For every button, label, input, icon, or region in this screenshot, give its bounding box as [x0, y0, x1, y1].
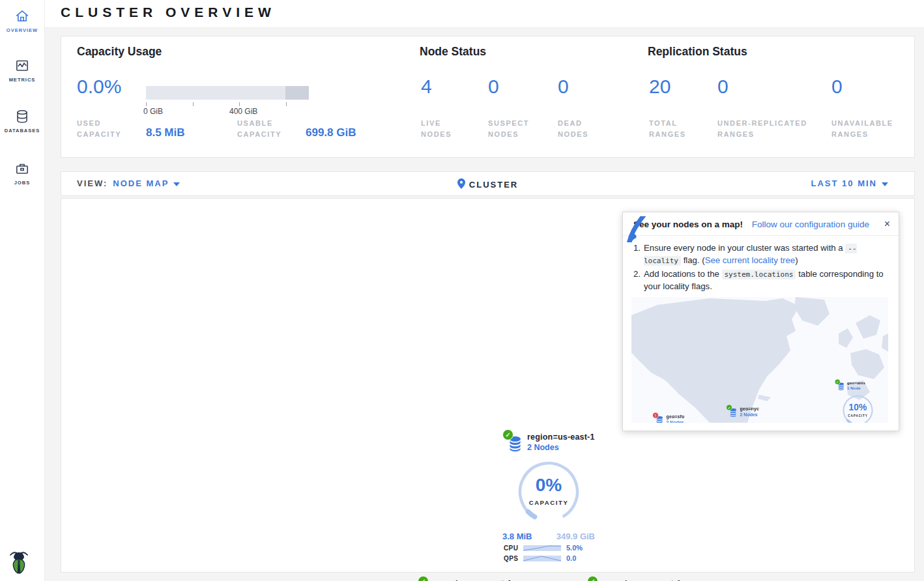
capacity-bar-reserved-segment: [285, 86, 309, 100]
capacity-gauge: 0% CAPACITY: [515, 458, 583, 526]
axis-tick: [193, 102, 194, 106]
capacity-gauge: 10% CAPACITY: [841, 393, 875, 423]
region-node-card[interactable]: ✓ geo=ams 1 Node 10% CAPACITY 3.6 GiB 34…: [833, 380, 882, 423]
capacity-used-percent: 0.0%: [77, 76, 121, 98]
region-label: region=us-east-1: [527, 432, 595, 442]
capacity-usage-title: Capacity Usage: [77, 45, 162, 59]
total-capacity-value: 349.9 GiB: [556, 531, 595, 541]
dead-nodes-label: DEAD NODES: [558, 118, 588, 140]
axis-tick-label: 0 GiB: [143, 107, 163, 116]
used-capacity-value: 3.8 MiB: [502, 531, 532, 541]
axis-tick: [239, 102, 240, 106]
status-badge-icon: ✓: [587, 576, 598, 581]
step-text: Add locations to the: [644, 269, 722, 279]
qps-value: 0.0: [566, 554, 576, 562]
total-ranges-label: TOTAL RANGES: [649, 118, 686, 140]
region-card-header: ✓ region=eu-west-1 1 Node: [415, 577, 513, 581]
step-done-check-icon: [626, 216, 650, 242]
region-node-card[interactable]: ✓ region=us-east-1 2 Nodes 0% CAPACITY 3…: [500, 431, 598, 562]
example-node-map-image: ! geo=sfo 2 Nodes 9% CAPACITY 3.2 GiB 35…: [631, 297, 888, 423]
unavailable-ranges-count: 0: [831, 76, 843, 98]
live-nodes-label: LIVE NODES: [421, 118, 452, 140]
nodes-count-link[interactable]: 2 Nodes: [740, 412, 759, 418]
capacity-percent: 10%: [841, 402, 875, 412]
time-range-value: LAST 10 MIN: [811, 178, 877, 188]
region-card-header: ✓ geo=ams 1 Node: [833, 380, 882, 394]
cluster-label: CLUSTER: [469, 180, 518, 190]
step-number: 1.: [633, 242, 644, 266]
sidebar-item-jobs[interactable]: JOBS: [0, 161, 44, 186]
databases-icon: [14, 109, 30, 124]
cluster-overview-page: CLUSTER OVERVIEW OVERVIEW METRICS: [0, 0, 924, 581]
status-badge-icon: ✓: [726, 404, 732, 411]
locality-tree-link[interactable]: See current locality tree: [705, 255, 796, 265]
config-step-2: 2. Add locations to the system.locations…: [633, 268, 888, 292]
axis-tick: [286, 102, 287, 106]
region-node-card[interactable]: ! geo=sfo 2 Nodes 9% CAPACITY 3.2 GiB 35…: [651, 413, 706, 423]
sidebar-label: METRICS: [0, 77, 44, 83]
map-pin-icon: [457, 178, 465, 189]
region-node-card[interactable]: ✓ region=eu-west-1 1 Node 0% CAPACITY 2.…: [415, 577, 513, 581]
cpu-sparkline: [523, 544, 561, 552]
configuration-guide-link[interactable]: Follow our configuration guide: [752, 220, 869, 229]
sidebar-label: DATABASES: [0, 128, 44, 134]
nodes-count-link[interactable]: 1 Node: [847, 386, 865, 391]
popup-body: 1. Ensure every node in your cluster was…: [623, 236, 899, 293]
region-node-card[interactable]: ✓ region=us-west-1 1 Node 0% CAPACITY 2.…: [585, 577, 682, 581]
region-card-header: ! geo=sfo 2 Nodes: [651, 413, 706, 423]
under-replicated-ranges-count: 0: [717, 76, 729, 98]
used-capacity-label: USED CAPACITY: [77, 118, 121, 140]
axis-tick: [146, 102, 147, 106]
qps-label: QPS: [504, 555, 523, 562]
page-title: CLUSTER OVERVIEW: [61, 5, 276, 20]
region-card-header: ✓ geo=nyc 2 Nodes: [725, 405, 779, 421]
region-card-header: ✓ region=us-west-1 1 Node: [585, 577, 682, 581]
replication-status-title: Replication Status: [648, 45, 747, 59]
dead-nodes-count: 0: [558, 76, 569, 98]
unavailable-ranges-label: UNAVAILABLE RANGES: [831, 118, 893, 140]
live-nodes-count: 4: [421, 76, 432, 98]
capacity-caption: CAPACITY: [515, 499, 583, 506]
view-bar: VIEW:NODE MAP CLUSTER LAST 10 MIN: [61, 171, 915, 196]
system-locations-code: system.locations: [722, 270, 796, 279]
sidebar: OVERVIEW METRICS DATABASES JOBS: [0, 0, 45, 581]
region-label: geo=nyc: [740, 406, 759, 412]
suspect-nodes-count: 0: [488, 76, 499, 98]
axis-tick-label: 400 GiB: [229, 107, 257, 116]
nodes-count-link[interactable]: 2 Nodes: [667, 420, 685, 423]
total-ranges-count: 20: [649, 76, 671, 98]
sidebar-item-metrics[interactable]: METRICS: [0, 58, 44, 83]
capacity-gauge: 6% CAPACITY: [733, 421, 771, 423]
capacity-bar: [146, 86, 309, 100]
locality-breadcrumb: CLUSTER: [61, 178, 914, 190]
sidebar-label: OVERVIEW: [0, 27, 44, 33]
region-node-card[interactable]: ✓ geo=nyc 2 Nodes 6% CAPACITY 3.7 GiB 65…: [725, 405, 779, 423]
home-icon: [14, 8, 30, 24]
capacity-caption: CAPACITY: [841, 414, 875, 418]
sidebar-item-overview[interactable]: OVERVIEW: [0, 8, 44, 33]
status-badge-icon: ✓: [835, 379, 841, 385]
cpu-value: 5.0%: [566, 544, 583, 552]
jobs-icon: [14, 161, 30, 177]
close-icon[interactable]: ×: [884, 218, 890, 230]
status-badge-icon: ✓: [502, 429, 513, 440]
status-badge-icon: !: [652, 412, 659, 419]
sidebar-item-databases[interactable]: DATABASES: [0, 109, 44, 134]
chevron-down-icon: [882, 182, 888, 186]
nodes-count-link[interactable]: 2 Nodes: [527, 443, 595, 452]
qps-sparkline: [523, 554, 561, 562]
node-status-title: Node Status: [420, 45, 486, 59]
usable-capacity-value: 699.8 GiB: [306, 126, 356, 139]
region-label: geo=sfo: [667, 414, 685, 419]
suspect-nodes-label: SUSPECT NODES: [488, 118, 529, 140]
region-label: geo=ams: [847, 381, 865, 386]
used-capacity-value: 8.5 MiB: [146, 126, 185, 139]
capacity-percent: 0%: [515, 475, 583, 496]
page-header: CLUSTER OVERVIEW: [44, 0, 924, 28]
node-map-config-popup: See your nodes on a map! Follow our conf…: [622, 212, 899, 431]
time-range-dropdown[interactable]: LAST 10 MIN: [811, 178, 888, 188]
popup-title: See your nodes on a map!: [633, 220, 743, 229]
step-text: Ensure every node in your cluster was st…: [644, 243, 845, 253]
metrics-icon: [14, 58, 30, 74]
popup-header: See your nodes on a map! Follow our conf…: [623, 212, 899, 236]
